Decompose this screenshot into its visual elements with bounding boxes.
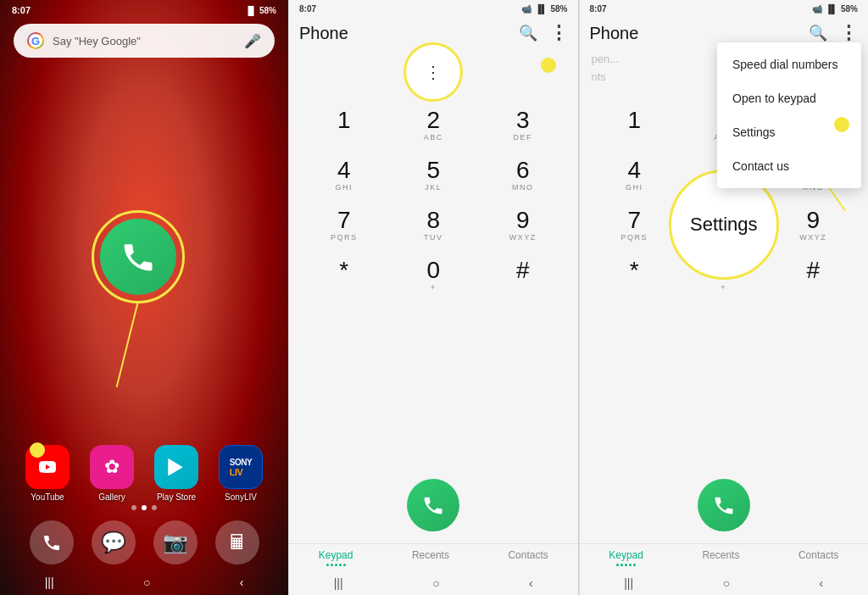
key-sub-6: MNO — [512, 183, 534, 192]
status-bar-dialer-1: 8:07 📹 ▐▌ 58% — [289, 0, 578, 15]
key-cell-0[interactable]: 0+ — [389, 250, 479, 300]
key-cell-p3-#[interactable]: # — [769, 250, 859, 300]
nav-recents-1[interactable]: ||| — [334, 576, 343, 590]
key-main-0: 0 — [426, 259, 440, 282]
app-sonyliv[interactable]: SONYLIV SonyLIV — [214, 445, 268, 502]
dropdown-item-0[interactable]: Speed dial numbers — [717, 47, 861, 81]
phone-app-icon[interactable] — [100, 219, 176, 295]
key-cell-8[interactable]: 8TUV — [389, 200, 479, 250]
key-sub-3: DEF — [514, 133, 533, 142]
mic-icon[interactable]: 🎤 — [244, 33, 261, 49]
nav-bar-home: ||| ○ ‹ — [0, 570, 288, 595]
key-main-1: 1 — [337, 108, 351, 132]
call-button-2[interactable] — [698, 479, 750, 531]
tab-recents-label-2: Recents — [702, 549, 739, 561]
gallery-icon: ✿ — [90, 445, 134, 489]
dock-messages[interactable]: 💬 — [92, 520, 136, 564]
nav-recents-2[interactable]: ||| — [624, 576, 633, 590]
app-gallery[interactable]: ✿ Gallery — [85, 445, 139, 502]
key-main-p3-9: 9 — [806, 209, 820, 232]
dialer-time-2: 8:07 — [590, 4, 607, 14]
sonyliv-icon: SONYLIV — [219, 445, 263, 489]
key-cell-7[interactable]: 7PQRS — [299, 200, 389, 250]
key-cell-4[interactable]: 4GHI — [299, 150, 389, 200]
dropdown-menu: Speed dial numbersOpen to keypadSettings… — [717, 42, 861, 188]
key-cell-2[interactable]: 2ABC — [389, 100, 479, 150]
search-hint: Say "Hey Google" — [53, 35, 236, 47]
call-btn-area-1 — [289, 470, 578, 543]
key-cell-p3-*[interactable]: * — [590, 250, 680, 300]
key-main-3: 3 — [516, 108, 530, 132]
nav-back-1[interactable]: ‹ — [529, 576, 533, 590]
tab-recents-2[interactable]: Recents — [702, 549, 739, 566]
key-cell-p3-4[interactable]: 4GHI — [590, 150, 680, 200]
dock-calc[interactable]: 🖩 — [215, 520, 259, 564]
tab-keypad-label-1: Keypad — [319, 549, 353, 561]
yellow-dot-settings — [834, 117, 849, 132]
key-cell-9[interactable]: 9WXYZ — [478, 200, 568, 250]
call-btn-area-2 — [580, 470, 869, 543]
dialer-header-icons-1: 🔍 ⋮ — [519, 22, 568, 44]
keypad-area-1: 12ABC3DEF4GHI5JKL6MNO7PQRS8TUV9WXYZ*0+# — [289, 100, 578, 470]
status-bar-dialer-2: 8:07 📹 ▐▌ 58% — [580, 0, 869, 15]
key-cell-6[interactable]: 6MNO — [478, 150, 568, 200]
nav-recents[interactable]: ||| — [45, 576, 54, 589]
tab-recents-label-1: Recents — [412, 549, 449, 561]
key-cell-#[interactable]: # — [478, 250, 568, 300]
signal-icon: ▐▌ — [535, 4, 547, 14]
nav-back[interactable]: ‹ — [240, 576, 244, 589]
nav-home[interactable]: ○ — [143, 576, 150, 589]
key-sub-2: ABC — [424, 133, 443, 142]
dialer-nav-2: ||| ○ ‹ — [580, 573, 869, 595]
nav-home-1[interactable]: ○ — [432, 576, 439, 590]
three-dot-highlight: ⋮ — [403, 42, 463, 102]
page-dot-2 — [142, 505, 147, 510]
tab-keypad-dots-2 — [616, 564, 636, 566]
tab-keypad-label-2: Keypad — [609, 549, 643, 561]
key-main-p3-1: 1 — [627, 108, 641, 132]
page-dot-3 — [152, 505, 157, 510]
page-dots — [0, 505, 288, 510]
key-sub-4: GHI — [335, 183, 353, 192]
key-cell-5[interactable]: 5JKL — [389, 150, 479, 200]
key-main-9: 9 — [516, 209, 530, 232]
tab-contacts-2[interactable]: Contacts — [798, 549, 838, 566]
app-youtube[interactable]: YouTube — [20, 445, 75, 502]
tab-recents-1[interactable]: Recents — [412, 549, 449, 566]
camera-icon-status-2: 📹 — [812, 4, 822, 14]
playstore-label: Play Store — [157, 492, 196, 502]
more-options-icon[interactable]: ⋮ — [549, 22, 568, 44]
dialer-nav-1: ||| ○ ‹ — [289, 573, 578, 595]
tab-contacts-label-1: Contacts — [508, 549, 548, 561]
key-cell-*[interactable]: * — [299, 250, 389, 300]
signal-icon-2: ▐▌ — [826, 4, 837, 14]
call-button-1[interactable] — [407, 479, 459, 531]
search-icon-dialer-2[interactable]: 🔍 — [809, 24, 827, 42]
key-main-p3-7: 7 — [627, 209, 641, 232]
nav-home-2[interactable]: ○ — [723, 576, 730, 590]
tab-contacts-1[interactable]: Contacts — [508, 549, 548, 566]
key-main-7: 7 — [337, 209, 351, 232]
keypad-grid-1: 12ABC3DEF4GHI5JKL6MNO7PQRS8TUV9WXYZ*0+# — [299, 100, 568, 300]
home-content: 8:07 ▐▌ 58% G Say "Hey Google" 🎤 — [0, 0, 288, 595]
dropdown-item-1[interactable]: Open to keypad — [717, 81, 861, 115]
youtube-label: YouTube — [31, 492, 64, 502]
dialer-time: 8:07 — [299, 4, 316, 14]
page-dot-1 — [131, 505, 136, 510]
tab-keypad-2[interactable]: Keypad — [609, 549, 643, 566]
more-options-icon-2[interactable]: ⋮ — [839, 22, 858, 44]
key-cell-p3-7[interactable]: 7PQRS — [590, 200, 680, 250]
google-search-bar[interactable]: G Say "Hey Google" 🎤 — [14, 24, 275, 58]
dock-phone[interactable] — [30, 520, 74, 564]
nav-back-2[interactable]: ‹ — [820, 576, 824, 590]
key-sub-0: + — [431, 283, 437, 292]
key-cell-3[interactable]: 3DEF — [478, 100, 568, 150]
app-playstore[interactable]: Play Store — [149, 445, 203, 502]
search-icon-dialer[interactable]: 🔍 — [519, 24, 537, 42]
dock-camera[interactable]: 📷 — [153, 520, 198, 564]
key-cell-1[interactable]: 1 — [299, 100, 389, 150]
settings-circle-label: Settings — [690, 214, 758, 236]
key-cell-p3-1[interactable]: 1 — [590, 100, 680, 150]
tab-keypad-1[interactable]: Keypad — [319, 549, 353, 566]
dropdown-item-3[interactable]: Contact us — [717, 149, 861, 183]
